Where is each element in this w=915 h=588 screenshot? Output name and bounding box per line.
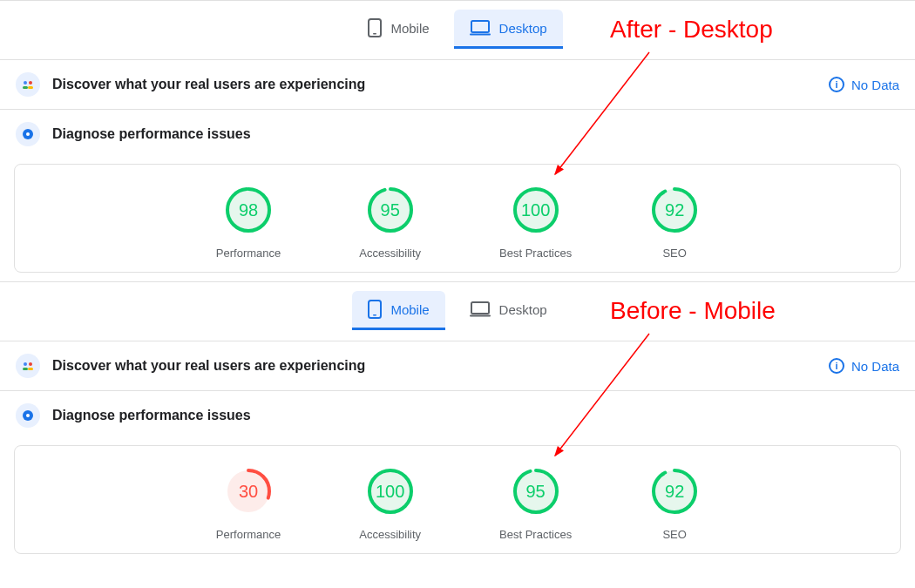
svg-rect-26 bbox=[28, 368, 33, 370]
score-value: 98 bbox=[224, 186, 273, 234]
device-tabs: Mobile Desktop bbox=[0, 281, 915, 341]
svg-rect-21 bbox=[471, 302, 489, 314]
score-value: 92 bbox=[650, 467, 699, 516]
scores-card-before: 30 Performance 100 Accessibility 95 Best… bbox=[14, 445, 901, 554]
gauge: 95 bbox=[512, 467, 560, 516]
no-data-link[interactable]: i No Data bbox=[829, 77, 899, 92]
device-tabs: Mobile Desktop bbox=[0, 0, 915, 59]
svg-point-28 bbox=[26, 414, 30, 417]
desktop-icon bbox=[470, 20, 491, 36]
users-icon bbox=[16, 72, 40, 97]
diagnose-section-header: Diagnose performance issues bbox=[0, 109, 915, 159]
gauge: 92 bbox=[650, 467, 699, 516]
score-value: 100 bbox=[366, 467, 415, 516]
gauge: 95 bbox=[366, 186, 415, 234]
score-label: SEO bbox=[662, 528, 686, 541]
tab-desktop[interactable]: Desktop bbox=[454, 291, 563, 330]
diagnose-title: Diagnose performance issues bbox=[52, 408, 251, 423]
discover-title: Discover what your real users are experi… bbox=[52, 77, 365, 92]
svg-point-24 bbox=[29, 362, 32, 366]
no-data-label: No Data bbox=[851, 78, 899, 92]
info-icon: i bbox=[829, 358, 844, 374]
desktop-icon bbox=[470, 301, 491, 317]
svg-point-5 bbox=[29, 81, 32, 84]
score-value: 92 bbox=[650, 186, 699, 234]
score-seo[interactable]: 92 SEO bbox=[650, 467, 699, 541]
score-label: Best Practices bbox=[499, 247, 572, 260]
score-label: Best Practices bbox=[499, 528, 572, 541]
discover-section-header: Discover what your real users are experi… bbox=[0, 341, 915, 390]
gauge: 30 bbox=[224, 467, 273, 516]
gauge: 92 bbox=[650, 186, 699, 234]
svg-point-4 bbox=[24, 81, 27, 84]
svg-rect-2 bbox=[471, 21, 489, 32]
svg-point-23 bbox=[24, 362, 27, 366]
score-label: SEO bbox=[662, 247, 686, 260]
phone-icon bbox=[368, 300, 382, 319]
scores-card-after: 98 Performance 95 Accessibility 100 Best… bbox=[14, 164, 901, 273]
score-value: 100 bbox=[512, 186, 560, 234]
scores-row: 30 Performance 100 Accessibility 95 Best… bbox=[15, 467, 900, 541]
score-best-practices[interactable]: 100 Best Practices bbox=[499, 186, 572, 260]
info-icon: i bbox=[829, 77, 844, 92]
gauge: 100 bbox=[512, 186, 560, 234]
score-label: Accessibility bbox=[359, 528, 421, 541]
svg-rect-25 bbox=[23, 368, 28, 370]
gauge-icon bbox=[16, 403, 40, 428]
tab-mobile[interactable]: Mobile bbox=[352, 10, 444, 49]
tab-label: Mobile bbox=[390, 302, 429, 317]
svg-rect-20 bbox=[373, 314, 376, 316]
svg-rect-6 bbox=[23, 86, 28, 89]
tab-label: Mobile bbox=[390, 21, 429, 36]
diagnose-section-header: Diagnose performance issues bbox=[0, 390, 915, 440]
discover-title: Discover what your real users are experi… bbox=[52, 358, 365, 374]
gauge: 98 bbox=[224, 186, 273, 234]
score-accessibility[interactable]: 100 Accessibility bbox=[359, 467, 421, 541]
svg-rect-7 bbox=[28, 86, 33, 89]
gauge-icon bbox=[16, 122, 40, 146]
score-value: 95 bbox=[366, 186, 415, 234]
score-performance[interactable]: 30 Performance bbox=[216, 467, 281, 541]
discover-section-header: Discover what your real users are experi… bbox=[0, 59, 915, 109]
score-label: Performance bbox=[216, 528, 281, 541]
score-label: Accessibility bbox=[359, 247, 421, 260]
score-best-practices[interactable]: 95 Best Practices bbox=[499, 467, 572, 541]
svg-rect-3 bbox=[470, 34, 491, 36]
score-value: 30 bbox=[224, 467, 273, 516]
score-label: Performance bbox=[216, 247, 281, 260]
tab-label: Desktop bbox=[499, 302, 547, 317]
no-data-label: No Data bbox=[851, 359, 899, 374]
users-icon bbox=[16, 354, 40, 378]
phone-icon bbox=[368, 18, 382, 37]
diagnose-title: Diagnose performance issues bbox=[52, 126, 251, 142]
score-performance[interactable]: 98 Performance bbox=[216, 186, 281, 260]
score-accessibility[interactable]: 95 Accessibility bbox=[359, 186, 421, 260]
gauge: 100 bbox=[366, 467, 415, 516]
score-value: 95 bbox=[512, 467, 560, 516]
tab-mobile[interactable]: Mobile bbox=[352, 291, 444, 330]
panel-before-mobile: Mobile Desktop Discover what your real u… bbox=[0, 281, 915, 563]
svg-rect-22 bbox=[470, 315, 491, 317]
score-seo[interactable]: 92 SEO bbox=[650, 186, 699, 260]
svg-rect-1 bbox=[373, 33, 376, 35]
panel-after-desktop: Mobile Desktop Discover what your real u… bbox=[0, 0, 915, 281]
scores-row: 98 Performance 95 Accessibility 100 Best… bbox=[15, 186, 900, 260]
tab-desktop[interactable]: Desktop bbox=[454, 10, 563, 49]
no-data-link[interactable]: i No Data bbox=[829, 358, 899, 374]
tab-label: Desktop bbox=[499, 21, 547, 36]
svg-point-9 bbox=[26, 132, 30, 136]
